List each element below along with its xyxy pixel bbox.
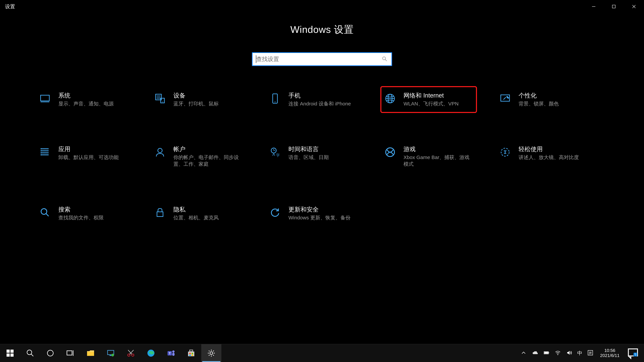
- category-title: 更新和安全: [288, 206, 350, 213]
- search-placeholder: 查找设置: [256, 55, 279, 63]
- svg-point-68: [210, 352, 213, 355]
- task-view-button[interactable]: [60, 344, 80, 362]
- svg-point-13: [162, 102, 163, 102]
- battery-icon: [543, 350, 550, 356]
- category-system[interactable]: 系统显示、声音、通知、电源: [35, 86, 132, 113]
- apps-icon: [39, 146, 51, 158]
- svg-rect-42: [6, 354, 10, 357]
- svg-line-5: [385, 59, 387, 61]
- category-network[interactable]: 网络和 InternetWLAN、飞行模式、VPN: [380, 86, 477, 113]
- file-explorer-button[interactable]: [80, 344, 100, 362]
- devices-icon: [154, 92, 166, 105]
- category-text: 游戏Xbox Game Bar、捕获、游戏模式: [404, 145, 471, 168]
- category-search[interactable]: 搜索查找我的文件、权限: [35, 200, 132, 227]
- clock-time: 10:56: [600, 348, 620, 353]
- battery-tray-icon[interactable]: [543, 350, 550, 357]
- teams-icon: T: [166, 349, 176, 358]
- svg-text:拼: 拼: [589, 351, 592, 355]
- category-ease[interactable]: 轻松使用讲述人、放大镜、高对比度: [496, 140, 592, 173]
- category-title: 隐私: [174, 206, 219, 213]
- taskbar-search-button[interactable]: [20, 344, 40, 362]
- maximize-icon: [612, 4, 616, 9]
- cortana-button[interactable]: [40, 344, 60, 362]
- windows-icon: [5, 349, 15, 358]
- category-title: 轻松使用: [518, 145, 579, 153]
- volume-tray-icon[interactable]: [566, 350, 572, 357]
- category-phone[interactable]: 手机连接 Android 设备和 iPhone: [265, 86, 362, 113]
- svg-rect-67: [192, 355, 193, 356]
- task-view-icon: [66, 349, 75, 358]
- svg-rect-70: [548, 352, 549, 353]
- edge-button[interactable]: [141, 344, 161, 362]
- search-input[interactable]: 查找设置: [252, 52, 392, 66]
- tray-overflow-button[interactable]: [520, 350, 527, 357]
- category-text: 搜索查找我的文件、权限: [58, 206, 104, 221]
- svg-point-15: [275, 102, 276, 102]
- category-privacy[interactable]: 隐私位置、相机、麦克风: [150, 200, 247, 227]
- maximize-button[interactable]: [604, 0, 624, 13]
- category-time[interactable]: A字时间和语言语音、区域、日期: [265, 140, 362, 173]
- onedrive-tray-icon[interactable]: [532, 350, 538, 357]
- category-text: 手机连接 Android 设备和 iPhone: [288, 92, 351, 107]
- svg-rect-6: [40, 95, 49, 101]
- category-title: 搜索: [58, 206, 104, 213]
- category-text: 隐私位置、相机、麦克风: [174, 206, 219, 221]
- time-icon: A字: [269, 146, 281, 158]
- svg-rect-62: [188, 352, 194, 356]
- category-text: 系统显示、声音、通知、电源: [58, 92, 114, 107]
- action-center-button[interactable]: 5: [626, 346, 640, 360]
- category-text: 个性化背景、锁屏、颜色: [518, 92, 559, 107]
- svg-point-60: [172, 351, 174, 353]
- start-button[interactable]: [0, 344, 20, 362]
- clock[interactable]: 10:56 2021/6/11: [598, 348, 621, 358]
- category-apps[interactable]: 应用卸载、默认应用、可选功能: [35, 140, 132, 173]
- store-button[interactable]: [181, 344, 201, 362]
- system-icon: [39, 92, 51, 105]
- snip-button[interactable]: [121, 344, 141, 362]
- search-wrap: 查找设置: [0, 52, 644, 66]
- ime-language[interactable]: 中: [577, 350, 582, 357]
- settings-taskbar-button[interactable]: [201, 344, 221, 362]
- system-tray: 中 拼 10:56 2021/6/11 5: [516, 344, 644, 362]
- category-title: 设备: [174, 92, 219, 99]
- category-desc: 位置、相机、麦克风: [174, 214, 219, 221]
- svg-rect-28: [40, 154, 42, 155]
- svg-rect-65: [192, 353, 193, 354]
- category-desc: Windows 更新、恢复、备份: [288, 214, 350, 221]
- svg-point-72: [558, 355, 558, 355]
- svg-text:字: 字: [276, 153, 280, 157]
- category-desc: 讲述人、放大镜、高对比度: [518, 154, 579, 161]
- category-personalize[interactable]: 个性化背景、锁屏、颜色: [496, 86, 592, 113]
- svg-rect-49: [87, 352, 94, 356]
- category-gaming[interactable]: 游戏Xbox Game Bar、捕获、游戏模式: [380, 140, 477, 173]
- svg-rect-39: [157, 212, 163, 217]
- svg-rect-61: [172, 353, 174, 356]
- category-title: 时间和语言: [288, 145, 329, 153]
- category-text: 时间和语言语音、区域、日期: [288, 145, 329, 161]
- svg-rect-27: [40, 152, 42, 153]
- svg-point-29: [158, 148, 162, 153]
- category-accounts[interactable]: 帐户你的帐户、电子邮件、同步设置、工作、家庭: [150, 140, 247, 173]
- remote-desktop-button[interactable]: [100, 344, 121, 362]
- category-update[interactable]: 更新和安全Windows 更新、恢复、备份: [265, 200, 362, 227]
- svg-rect-71: [544, 352, 548, 354]
- privacy-icon: [154, 206, 166, 219]
- window-title: 设置: [5, 3, 15, 10]
- close-button[interactable]: [624, 0, 644, 13]
- minimize-button[interactable]: [584, 0, 604, 13]
- teams-button[interactable]: T: [161, 344, 181, 362]
- notification-badge: 5: [634, 353, 637, 357]
- notification-icon: [626, 346, 640, 360]
- phone-icon: [269, 92, 281, 105]
- svg-rect-25: [40, 148, 42, 149]
- category-desc: 连接 Android 设备和 iPhone: [288, 100, 351, 107]
- ime-mode-button[interactable]: 拼: [587, 350, 594, 357]
- category-devices[interactable]: 设备蓝牙、打印机、鼠标: [150, 86, 247, 113]
- category-title: 应用: [58, 145, 119, 153]
- svg-point-44: [27, 350, 32, 355]
- edge-icon: [146, 349, 156, 358]
- wifi-tray-icon[interactable]: [554, 350, 561, 357]
- ease-icon: [499, 146, 511, 158]
- ime-mode-icon: 拼: [587, 350, 594, 356]
- page-header: Windows 设置: [0, 23, 644, 36]
